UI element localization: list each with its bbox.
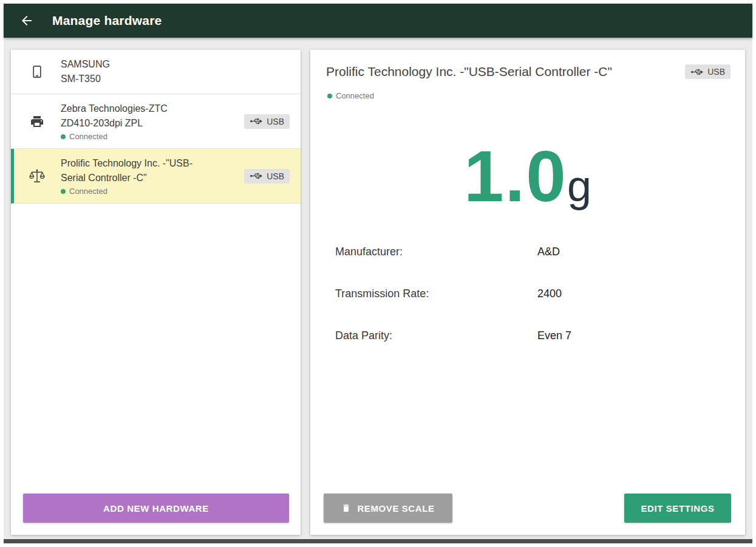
device-line2: Serial Controller -C" xyxy=(61,173,147,183)
remove-scale-button[interactable]: REMOVE SCALE xyxy=(324,494,452,523)
remove-scale-label: REMOVE SCALE xyxy=(357,503,434,514)
field-label: Manufacturer: xyxy=(335,246,403,258)
device-line1: Zebra Technologies-ZTC xyxy=(61,103,168,114)
usb-icon xyxy=(690,68,704,76)
app-bar: Manage hardware xyxy=(4,4,752,38)
device-line2: SM-T350 xyxy=(61,74,101,84)
status-row: Connected xyxy=(327,91,374,100)
usb-badge-label: USB xyxy=(267,171,284,181)
device-line1: Prolific Technology Inc. -"USB- xyxy=(61,158,192,168)
connected-dot-icon xyxy=(327,94,332,98)
field-value: 2400 xyxy=(537,287,562,300)
add-new-hardware-button[interactable]: ADD NEW HARDWARE xyxy=(23,494,289,523)
bottom-bar xyxy=(4,539,752,543)
usb-icon xyxy=(250,117,263,125)
device-line1: SAMSUNG xyxy=(61,59,110,69)
status-badge: Connected xyxy=(69,187,107,196)
trash-icon xyxy=(341,503,351,514)
field-value: A&D xyxy=(537,246,560,258)
back-button[interactable] xyxy=(19,13,34,28)
field-manufacturer: Manufacturer: A&D xyxy=(335,246,721,260)
usb-badge: USB xyxy=(685,64,730,79)
device-name: Zebra Technologies-ZTC ZD410-203dpi ZPL … xyxy=(61,101,244,141)
list-item-samsung[interactable]: SAMSUNG SM-T350 xyxy=(11,50,301,94)
list-item-zebra-printer[interactable]: Zebra Technologies-ZTC ZD410-203dpi ZPL … xyxy=(11,94,301,149)
status-badge: Connected xyxy=(336,91,374,100)
field-value: Even 7 xyxy=(537,329,571,342)
status-row: Connected xyxy=(61,187,244,196)
usb-badge: USB xyxy=(244,114,290,129)
usb-badge: USB xyxy=(244,169,290,184)
scale-icon xyxy=(29,168,45,184)
usb-badge-label: USB xyxy=(267,117,284,126)
list-item-prolific-scale[interactable]: Prolific Technology Inc. -"USB- Serial C… xyxy=(11,149,301,204)
connected-dot-icon xyxy=(61,189,66,194)
detail-title: Prolific Technology Inc. -"USB-Serial Co… xyxy=(326,63,672,80)
usb-icon xyxy=(250,172,263,180)
app-window: Manage hardware SAMSUNG SM-T350 Zebra Te… xyxy=(4,4,752,543)
field-label: Data Parity: xyxy=(335,329,392,342)
page-title: Manage hardware xyxy=(52,13,162,28)
device-list-panel: SAMSUNG SM-T350 Zebra Technologies-ZTC Z… xyxy=(11,50,301,535)
field-transmission-rate: Transmission Rate: 2400 xyxy=(335,287,721,302)
arrow-left-icon xyxy=(19,13,34,28)
device-name: Prolific Technology Inc. -"USB- Serial C… xyxy=(61,156,244,196)
edit-settings-button[interactable]: EDIT SETTINGS xyxy=(624,494,731,523)
connected-dot-icon xyxy=(61,134,66,139)
reading-unit: g xyxy=(567,162,591,210)
field-data-parity: Data Parity: Even 7 xyxy=(335,329,721,344)
device-name: SAMSUNG SM-T350 xyxy=(61,57,290,86)
device-detail-panel: Prolific Technology Inc. -"USB-Serial Co… xyxy=(310,50,745,535)
printer-icon xyxy=(29,114,45,129)
scale-reading: 1.0g xyxy=(310,135,745,218)
status-row: Connected xyxy=(61,132,244,141)
device-line2: ZD410-203dpi ZPL xyxy=(61,118,143,128)
tablet-icon xyxy=(29,64,45,80)
usb-badge-label: USB xyxy=(707,67,725,77)
reading-value: 1.0 xyxy=(464,136,567,216)
status-badge: Connected xyxy=(69,132,107,141)
field-label: Transmission Rate: xyxy=(335,287,429,300)
